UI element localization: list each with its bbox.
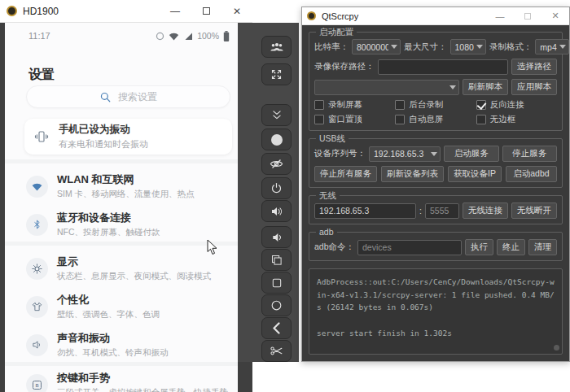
qt-minimize-button[interactable]: — (486, 7, 514, 24)
stop-all-services-button[interactable]: 停止所有服务 (314, 166, 377, 182)
settings-item-wlan[interactable]: WLAN 和互联网 SIM 卡、移动网络、流量使用、热点 (26, 169, 230, 203)
phone-window-title: HD1900 (23, 6, 160, 17)
double-chevron-down-icon (271, 110, 283, 120)
checkbox-icon (314, 100, 324, 110)
page-title: 设置 (28, 67, 55, 84)
phone-minimize-button[interactable]: — (160, 0, 191, 22)
refresh-device-list-button[interactable]: 刷新设备列表 (381, 166, 444, 182)
script-select[interactable] (314, 80, 459, 95)
qt-close-button[interactable]: ✕ (542, 7, 569, 24)
select-path-button[interactable]: 选择路径 (511, 59, 557, 75)
settings-item-personalization[interactable]: 个性化 壁纸、强调色、字体、色调 (26, 290, 230, 324)
phone-maximize-button[interactable] (191, 0, 221, 22)
item-subtitle: 壁纸、强调色、字体、色调 (57, 309, 160, 320)
checkbox-reverse-connection[interactable]: 反向连接 (476, 99, 557, 111)
item-subtitle: 状态栏、息屏显示、夜间模式、阅读模式 (57, 271, 211, 282)
scissors-icon (270, 346, 283, 356)
record-format-select[interactable]: mp4 (535, 39, 568, 54)
chevron-down-icon (391, 45, 397, 49)
adb-command-label: adb命令： (314, 242, 354, 253)
search-placeholder: 搜索设置 (118, 90, 157, 104)
bitrate-select[interactable]: 8000000 (352, 39, 401, 54)
qt-maximize-button[interactable] (514, 7, 542, 24)
volume-up-icon (270, 206, 283, 217)
checkbox-icon (314, 115, 324, 124)
back-button[interactable] (261, 317, 292, 339)
square-icon (271, 277, 283, 289)
item-subtitle: 三段式开关、虚拟按键和全屏手势、快捷手势 (57, 387, 228, 392)
stop-service-button[interactable]: 停止服务 (502, 146, 558, 162)
record-button[interactable] (261, 128, 292, 150)
wireless-ip-input[interactable] (314, 203, 416, 219)
svg-text:B: B (35, 382, 38, 388)
checkbox-label: 后台录制 (409, 99, 443, 111)
bluetooth-icon (26, 214, 48, 236)
volume-down-button[interactable] (261, 226, 292, 248)
wifi-icon (26, 176, 48, 198)
mouse-cursor (206, 239, 217, 255)
item-title: 蓝牙和设备连接 (57, 211, 160, 225)
power-button[interactable] (261, 177, 292, 199)
settings-item-buttons-gestures[interactable]: B 按键和手势 三段式开关、虚拟按键和全屏手势、快捷手势 (26, 368, 230, 392)
chevron-down-icon (431, 152, 437, 156)
checkbox-icon (395, 115, 405, 124)
start-adbd-button[interactable]: 启动adbd (506, 166, 557, 182)
wireless-disconnect-button[interactable]: 无线断开 (511, 203, 557, 219)
checkbox-background-record[interactable]: 后台录制 (395, 99, 476, 111)
bitrate-value: 8000000 (357, 42, 388, 52)
phone-close-button[interactable]: ✕ (221, 0, 252, 22)
console-output[interactable]: AdbProcess::out:C:/Users/CenCy/Downloads… (309, 268, 563, 355)
vibration-card-subtitle: 有来电和通知时会振动 (59, 138, 148, 150)
clear-button[interactable]: 清理 (528, 239, 557, 255)
phone-titlebar: HD1900 — ✕ (0, 0, 252, 23)
terminate-button[interactable]: 终止 (497, 239, 525, 255)
record-path-input[interactable] (378, 59, 509, 75)
wireless-connect-button[interactable]: 无线连接 (463, 203, 508, 219)
screen-off-button[interactable] (261, 153, 292, 175)
apply-script-button[interactable]: 应用脚本 (511, 79, 557, 95)
settings-search-input[interactable]: 搜索设置 (26, 85, 230, 108)
item-title: 显示 (57, 255, 211, 269)
wireless-group-title: 无线 (316, 190, 340, 202)
maxsize-select[interactable]: 1080 (450, 39, 486, 54)
checkbox-auto-screen-off[interactable]: 自动息屏 (395, 114, 476, 125)
expand-notifications-button[interactable] (261, 104, 292, 126)
checkbox-window-on-top[interactable]: 窗口置顶 (314, 114, 395, 125)
group-control-button[interactable] (261, 36, 292, 58)
get-device-ip-button[interactable]: 获取设备IP (448, 166, 502, 182)
device-serial-select[interactable]: 192.168.65.3 (369, 146, 441, 162)
volume-up-button[interactable] (261, 200, 292, 222)
fullscreen-button[interactable] (261, 63, 292, 85)
start-service-button[interactable]: 启动服务 (444, 146, 499, 162)
app-switch-button[interactable] (261, 249, 292, 271)
adb-group-title: adb (316, 227, 337, 237)
execute-button[interactable]: 执行 (465, 239, 493, 255)
checkbox-label: 窗口置顶 (328, 114, 362, 125)
vibration-status-card[interactable]: 手机已设为振动 有来电和通知时会振动 (24, 119, 232, 155)
sound-icon (26, 334, 48, 356)
usb-group: USB线 设备序列号： 192.168.65.3 启动服务 停止服务 停止所有服… (309, 138, 563, 188)
record-format-value: mp4 (540, 42, 556, 52)
item-title: 按键和手势 (57, 371, 228, 385)
home-button[interactable] (261, 294, 292, 316)
adb-command-input[interactable] (357, 240, 462, 255)
console-text: AdbProcess::out:C:/Users/CenCy/Downloads… (317, 276, 555, 355)
phone-screen[interactable]: 11:17 100% 设置 搜索设置 手 (5, 23, 238, 392)
checkbox-icon (395, 100, 405, 110)
settings-item-sound[interactable]: 声音和振动 勿扰、耳机模式、铃声和振动 (26, 328, 230, 362)
refresh-script-button[interactable]: 刷新脚本 (463, 79, 508, 95)
checkbox-borderless[interactable]: 无边框 (476, 114, 557, 125)
scrollbar-thumb[interactable] (554, 345, 559, 351)
settings-item-display[interactable]: 显示 状态栏、息屏显示、夜间模式、阅读模式 (26, 251, 230, 285)
menu-button[interactable] (261, 272, 292, 294)
display-icon (26, 258, 48, 280)
volume-down-icon (270, 232, 283, 243)
chevron-down-icon (476, 45, 483, 49)
item-title: 声音和振动 (57, 331, 169, 346)
screenshot-button[interactable] (261, 340, 292, 362)
settings-item-bluetooth[interactable]: 蓝牙和设备连接 NFC、投射屏幕、触碰付款 (26, 207, 230, 242)
scrcpy-app-icon (7, 6, 17, 16)
port-separator: : (419, 206, 422, 216)
checkbox-record-screen[interactable]: 录制屏幕 (314, 99, 395, 111)
wireless-port-input[interactable] (425, 203, 459, 219)
